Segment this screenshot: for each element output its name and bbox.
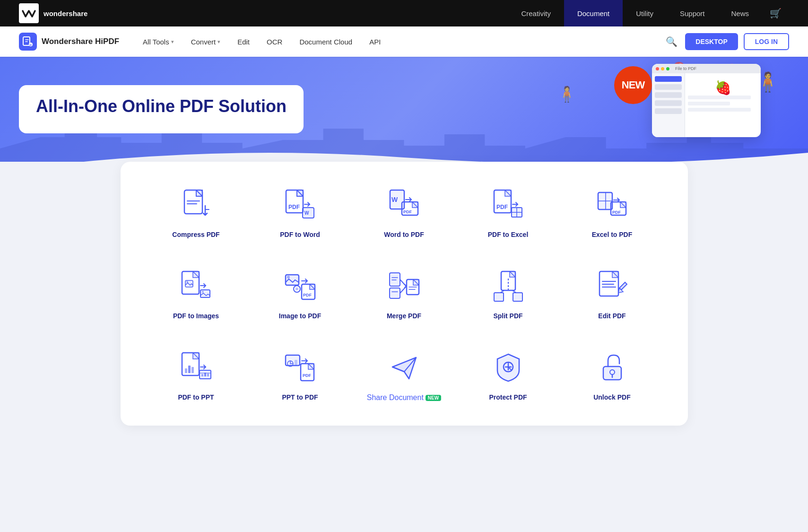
tool-label-word-to-pdf: Word to PDF [384, 231, 424, 238]
search-icon[interactable]: 🔍 [658, 36, 685, 47]
svg-rect-0 [19, 3, 39, 23]
tool-label-pdf-to-excel: PDF to Excel [488, 231, 529, 238]
desktop-button[interactable]: DESKTOP [685, 33, 738, 50]
svg-rect-37 [390, 273, 400, 286]
hero-app-screenshot: File to PDF 🍓 [652, 64, 761, 137]
svg-rect-40 [390, 288, 400, 298]
tool-icon-compress-pdf [177, 185, 215, 223]
svg-point-32 [287, 276, 290, 279]
svg-rect-64 [295, 360, 297, 366]
tools-card: Compress PDF PDF W PDF to Word W PDF Wor… [121, 162, 688, 426]
tool-label-pdf-to-word: PDF to Word [280, 231, 320, 238]
tool-label-pdf-to-ppt: PDF to PPT [178, 393, 214, 401]
tool-icon-pdf-to-images [177, 267, 215, 305]
hipdf-icon: H [19, 33, 37, 51]
tool-label-edit-pdf: Edit PDF [598, 312, 626, 320]
svg-rect-54 [185, 368, 187, 373]
tool-label-image-to-pdf: Image to PDF [279, 312, 321, 320]
top-nav-support[interactable]: Support [667, 0, 718, 26]
wondershare-brand-label: wondershare [43, 9, 87, 17]
svg-text:W: W [391, 196, 398, 203]
tool-item-share-document[interactable]: Share DocumentNEW [357, 343, 452, 407]
top-nav-logo: wondershare [19, 3, 87, 23]
tool-icon-excel-to-pdf: PDF [593, 185, 631, 223]
tool-grid: Compress PDF PDF W PDF to Word W PDF Wor… [149, 181, 660, 407]
tool-item-excel-to-pdf[interactable]: PDF Excel to PDF [565, 181, 660, 243]
svg-rect-59 [201, 374, 203, 376]
hero-content: All-In-One Online PDF Solution [0, 57, 322, 171]
svg-text:PDF: PDF [403, 209, 412, 214]
tool-icon-protect-pdf [489, 348, 527, 386]
tool-label-excel-to-pdf: Excel to PDF [592, 231, 633, 238]
tool-icon-word-to-pdf: W PDF [385, 185, 423, 223]
svg-text:PDF: PDF [303, 373, 312, 378]
tool-item-pdf-to-excel[interactable]: PDF PDF to Excel [461, 181, 556, 243]
tool-item-edit-pdf[interactable]: Edit PDF [565, 262, 660, 324]
top-nav-news[interactable]: News [718, 0, 762, 26]
tool-label-pdf-to-images: PDF to Images [173, 312, 219, 320]
tool-icon-image-to-pdf: PDF [281, 267, 319, 305]
tool-item-compress-pdf[interactable]: Compress PDF [149, 181, 243, 243]
cart-icon[interactable]: 🛒 [762, 8, 789, 19]
sec-nav-convert[interactable]: Convert ▾ [182, 26, 229, 57]
tool-item-image-to-pdf[interactable]: PDF Image to PDF [253, 262, 348, 324]
svg-point-34 [295, 288, 298, 290]
top-nav-document[interactable]: Document [564, 0, 623, 26]
tool-label-unlock-pdf: Unlock PDF [593, 393, 631, 401]
tool-icon-ppt-to-pdf: PDF [281, 348, 319, 386]
svg-text:PDF: PDF [612, 210, 621, 215]
tool-item-pdf-to-word[interactable]: PDF W PDF to Word [253, 181, 348, 243]
tool-icon-pdf-to-ppt [177, 348, 215, 386]
tool-item-split-pdf[interactable]: Split PDF [461, 262, 556, 324]
tool-icon-pdf-to-word: PDF W [281, 185, 319, 223]
hipdf-logo: H Wondershare HiPDF [19, 33, 119, 51]
tool-icon-unlock-pdf [593, 348, 631, 386]
svg-rect-1 [23, 37, 30, 45]
tool-item-pdf-to-ppt[interactable]: PDF to PPT [149, 343, 243, 407]
convert-arrow-icon: ▾ [217, 39, 220, 45]
tool-item-protect-pdf[interactable]: Protect PDF [461, 343, 556, 407]
tool-item-merge-pdf[interactable]: Merge PDF [357, 262, 452, 324]
hero-section: NEW 🎈 🧍 🧍 File to PDF [0, 57, 808, 171]
tool-item-unlock-pdf[interactable]: Unlock PDF [565, 343, 660, 407]
tool-label-compress-pdf: Compress PDF [172, 231, 219, 238]
sec-nav-document-cloud[interactable]: Document Cloud [291, 26, 361, 57]
sec-nav-ocr[interactable]: OCR [258, 26, 291, 57]
hero-decoration-figure-left: 🧍 [557, 85, 576, 103]
tool-icon-merge-pdf [385, 267, 423, 305]
svg-text:W: W [304, 210, 309, 216]
svg-point-28 [186, 281, 188, 283]
tool-label-split-pdf: Split PDF [493, 312, 522, 320]
sec-nav-all-tools[interactable]: All Tools ▾ [134, 26, 182, 57]
svg-rect-56 [191, 367, 194, 373]
tool-icon-pdf-to-excel: PDF [489, 185, 527, 223]
tool-icon-edit-pdf [593, 267, 631, 305]
top-nav-creativity[interactable]: Creativity [508, 0, 564, 26]
all-tools-arrow-icon: ▾ [171, 39, 174, 45]
tool-label-protect-pdf: Protect PDF [489, 393, 527, 401]
hipdf-logo-icon: H [22, 36, 34, 47]
svg-text:PDF: PDF [303, 293, 312, 297]
sec-nav-edit[interactable]: Edit [229, 26, 258, 57]
svg-point-30 [202, 291, 204, 293]
login-button[interactable]: LOG IN [744, 33, 789, 50]
svg-rect-29 [200, 290, 210, 297]
sec-nav: H Wondershare HiPDF All Tools ▾ Convert … [0, 26, 808, 57]
tool-label-ppt-to-pdf: PPT to PDF [282, 393, 318, 401]
all-tools-label: All Tools [143, 38, 169, 46]
top-nav: wondershare Creativity Document Utility … [0, 0, 808, 26]
tool-item-ppt-to-pdf[interactable]: PDF PPT to PDF [253, 343, 348, 407]
svg-text:H: H [30, 44, 32, 46]
tool-item-word-to-pdf[interactable]: W PDF Word to PDF [357, 181, 452, 243]
svg-rect-48 [513, 293, 522, 301]
svg-rect-47 [494, 293, 504, 301]
convert-label: Convert [191, 38, 216, 46]
top-nav-utility[interactable]: Utility [623, 0, 667, 26]
tool-icon-share-document [385, 348, 423, 386]
svg-text:PDF: PDF [496, 204, 508, 210]
sec-nav-api[interactable]: API [361, 26, 389, 57]
hero-title: All-In-One Online PDF Solution [19, 85, 304, 133]
tool-icon-split-pdf [489, 267, 527, 305]
tool-item-pdf-to-images[interactable]: PDF to Images [149, 262, 243, 324]
svg-text:PDF: PDF [288, 204, 300, 210]
